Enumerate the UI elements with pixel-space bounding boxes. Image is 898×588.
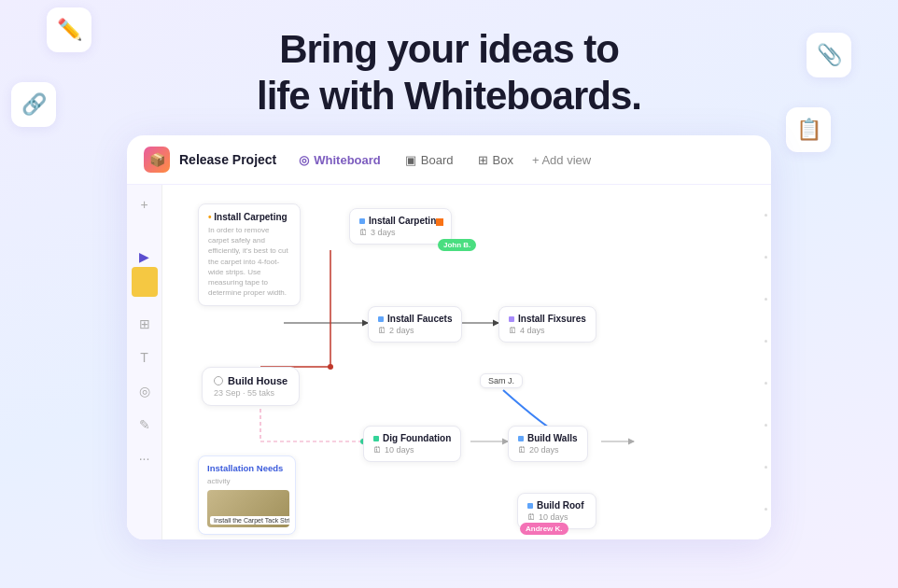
add-view-button[interactable]: + Add view (532, 153, 591, 167)
tab-box[interactable]: ⊞ Box (469, 149, 523, 171)
canvas-content: • Install Carpeting In order to remove c… (162, 185, 771, 539)
task-meta: 23 Sep · 55 taks (214, 388, 288, 398)
canvas-sidebar: + ▶ ⊕ ⊞ T ◎ ✎ ··· (127, 185, 162, 539)
note-icon: 📋 (786, 107, 831, 152)
avatar-sam: Sam J. (480, 373, 523, 388)
task-card-build-walls[interactable]: Build Walls 🗓 20 days (508, 426, 588, 462)
whiteboard-nav: 📦 Release Project ◎ Whiteboard ▣ Board ⊞… (127, 135, 771, 185)
svg-point-3 (328, 364, 333, 370)
dot-grid (760, 185, 771, 539)
task-meta: 🗓 10 days (527, 512, 586, 522)
task-meta: 🗓 20 days (518, 445, 578, 455)
task-card-dig-foundation[interactable]: Dig Foundation 🗓 10 days (363, 426, 461, 462)
grid-tool[interactable]: ⊞ (134, 314, 155, 334)
task-meta: 🗓 4 days (509, 326, 586, 335)
task-meta: 🗓 3 days (359, 228, 442, 237)
install-needs-image: Install the Carpet Tack Strips (207, 490, 289, 527)
task-title: Install Faucets (378, 314, 452, 324)
task-meta: 🗓 2 days (378, 326, 452, 335)
install-needs-title: Installation Needs (207, 463, 287, 473)
hero-title: Bring your ideas to life with Whiteboard… (0, 26, 898, 119)
task-card-install-carpeting-large[interactable]: • Install Carpeting In order to remove c… (198, 203, 301, 306)
task-title: Install Carpeting (359, 216, 442, 226)
project-icon: 📦 (144, 147, 170, 173)
whiteboard-tab-icon: ◎ (299, 153, 309, 167)
tab-whiteboard[interactable]: ◎ Whiteboard (289, 149, 390, 171)
pen-tool[interactable]: ✎ (134, 414, 155, 435)
text-tool[interactable]: T (134, 347, 155, 368)
add-tool[interactable]: + (134, 194, 155, 215)
hero-header: Bring your ideas to life with Whiteboard… (0, 0, 898, 119)
paperclip-icon: 📎 (807, 33, 851, 77)
task-card-build-house[interactable]: Build House 23 Sep · 55 taks (202, 367, 300, 406)
install-needs-sub: activity (207, 477, 287, 485)
box-tab-icon: ⊞ (478, 153, 488, 167)
task-desc: In order to remove carpet safely and eff… (208, 225, 290, 298)
task-card-install-faucets[interactable]: Install Faucets 🗓 2 days (368, 306, 462, 343)
task-title: Build Walls (518, 433, 578, 443)
more-tools[interactable]: ··· (134, 448, 155, 469)
avatar-andrew: Andrew K. (520, 523, 568, 535)
task-meta: 🗓 10 days (373, 445, 451, 455)
tab-board[interactable]: ▣ Board (396, 149, 463, 171)
whiteboard-card: 📦 Release Project ◎ Whiteboard ▣ Board ⊞… (127, 135, 771, 539)
canvas-area: + ▶ ⊕ ⊞ T ◎ ✎ ··· (127, 185, 771, 539)
install-needs-img-label: Install the Carpet Tack Strips (210, 516, 289, 525)
task-title: Install Fixsures (509, 314, 586, 324)
avatar-john: John B. (438, 239, 476, 251)
task-title: Build Roof (527, 500, 586, 511)
clip-tool[interactable]: ◎ (134, 381, 155, 401)
project-title: Release Project (179, 152, 276, 167)
board-tab-icon: ▣ (405, 153, 416, 167)
task-title: Build House (214, 375, 288, 386)
task-card-install-fixsures[interactable]: Install Fixsures 🗓 4 days (498, 306, 596, 343)
card-installation-needs[interactable]: Installation Needs activity Install the … (198, 455, 296, 535)
task-title: Dig Foundation (373, 433, 451, 443)
play-tool[interactable]: ▶ (134, 246, 155, 267)
yellow-sticky (132, 267, 158, 297)
link-icon: 🔗 (11, 82, 56, 127)
pencil-icon: ✏️ (47, 7, 91, 52)
task-card-install-carpeting-small[interactable]: Install Carpeting 🗓 3 days (349, 208, 452, 245)
task-title: • Install Carpeting (208, 212, 290, 222)
